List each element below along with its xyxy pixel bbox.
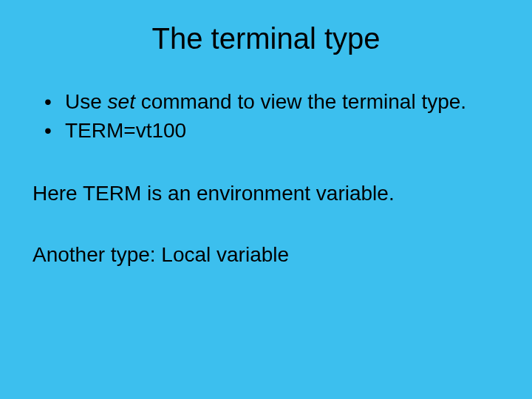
bullet-list: Use set command to view the terminal typ…	[44, 89, 502, 143]
bullet-item-1: Use set command to view the terminal typ…	[44, 89, 502, 115]
paragraph-2: Another type: Local variable	[33, 242, 502, 267]
bullet-2-text: TERM=vt100	[65, 119, 186, 142]
bullet-item-2: TERM=vt100	[44, 117, 502, 143]
slide-title: The terminal type	[30, 22, 502, 55]
bullet-1-suffix: command to view the terminal type.	[135, 90, 466, 113]
paragraph-1: Here TERM is an environment variable.	[33, 180, 502, 206]
slide: The terminal type Use set command to vie…	[0, 0, 532, 399]
bullet-1-italic: set	[108, 90, 135, 113]
bullet-1-prefix: Use	[65, 90, 108, 113]
